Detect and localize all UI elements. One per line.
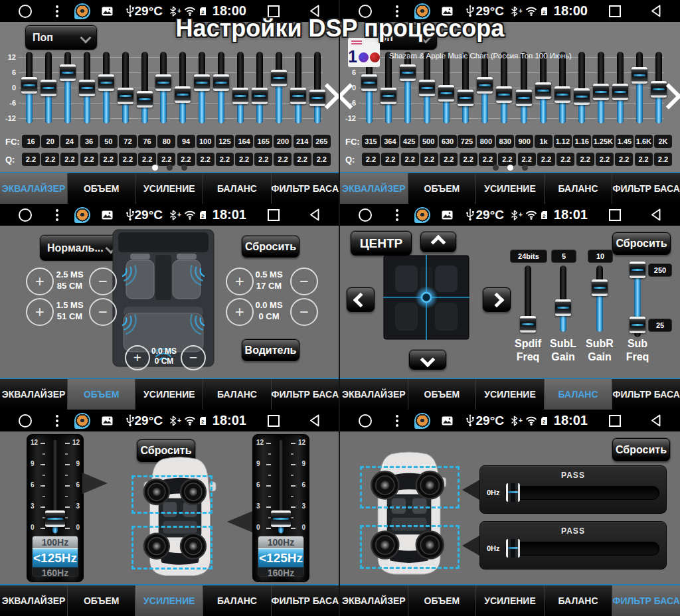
app-logo-icon[interactable]: [414, 207, 430, 223]
eq-band-slider[interactable]: [458, 57, 473, 118]
slider-thumb[interactable]: [496, 86, 512, 103]
fc-value-chip[interactable]: 50: [100, 135, 118, 148]
fc-value-chip[interactable]: 425: [400, 135, 418, 148]
q-value-chip[interactable]: 2.2: [498, 153, 516, 166]
q-value-chip[interactable]: 2.2: [119, 153, 137, 166]
crossover-option[interactable]: 100Hz: [33, 536, 78, 548]
eq-band-slider[interactable]: [477, 57, 493, 118]
fc-value-chip[interactable]: 16: [22, 135, 40, 148]
app-logo-icon[interactable]: [74, 207, 90, 223]
slider-thumb[interactable]: [21, 77, 37, 94]
q-value-chip[interactable]: 2.2: [22, 153, 40, 166]
slider-thumb[interactable]: [458, 90, 473, 106]
fc-value-chip[interactable]: 20: [41, 135, 59, 148]
move-down-button[interactable]: [409, 350, 446, 370]
center-button[interactable]: ЦЕНТР: [351, 231, 412, 256]
fc-value-chip[interactable]: 165: [254, 135, 272, 148]
tab-gain[interactable]: УСИЛЕНИЕ: [135, 585, 203, 616]
eq-band-slider[interactable]: [175, 57, 191, 118]
crossover-picker[interactable]: 100Hz<125Hz160Hz: [258, 536, 304, 577]
tab-gain[interactable]: УСИЛЕНИЕ: [135, 379, 203, 410]
tab-volume[interactable]: ОБЪЕМ: [68, 379, 135, 410]
move-right-button[interactable]: [483, 287, 511, 312]
tab-volume[interactable]: ОБЪЕМ: [68, 585, 135, 616]
eq-band-slider[interactable]: [496, 57, 512, 118]
driver-position-button[interactable]: Водитель: [242, 339, 299, 361]
q-value-chip[interactable]: 2.2: [440, 153, 458, 166]
q-value-chip[interactable]: 2.2: [556, 153, 574, 166]
fc-value-chip[interactable]: 72: [119, 135, 137, 148]
balance-position-map[interactable]: [383, 255, 469, 343]
q-value-chip[interactable]: 2.2: [313, 153, 331, 166]
q-value-chip[interactable]: 2.2: [80, 153, 98, 166]
fc-value-chip[interactable]: 500: [420, 135, 438, 148]
slider-thumb[interactable]: [554, 86, 570, 103]
slider-thumb[interactable]: [79, 80, 95, 96]
slider-thumb[interactable]: [252, 88, 268, 104]
crossover-option[interactable]: <125Hz: [33, 548, 78, 568]
q-value-chip[interactable]: 2.2: [157, 153, 175, 166]
move-up-button[interactable]: [420, 232, 456, 252]
q-value-chip[interactable]: 2.2: [138, 153, 156, 166]
q-value-chip[interactable]: 2.2: [197, 153, 214, 166]
slider-thumb[interactable]: [438, 85, 454, 102]
move-left-button[interactable]: [347, 287, 375, 312]
back-icon[interactable]: [650, 414, 663, 427]
slider-thumb[interactable]: [592, 279, 608, 296]
next-page-arrow[interactable]: [659, 87, 678, 108]
tab-bass-filter[interactable]: ФИЛЬТР БАСА: [612, 585, 680, 616]
eq-band-slider[interactable]: [252, 57, 268, 118]
tab-equalizer[interactable]: ЭКВАЛАЙЗЕР: [340, 379, 408, 410]
recents-icon[interactable]: [268, 209, 280, 221]
back-icon[interactable]: [309, 414, 321, 427]
fc-value-chip[interactable]: 315: [362, 135, 380, 148]
decrease-delay-button[interactable]: −: [290, 298, 318, 326]
preset-dropdown[interactable]: Поп: [25, 25, 97, 50]
tab-equalizer[interactable]: ЭКВАЛАЙЗЕР: [0, 585, 68, 616]
slider-thumb[interactable]: [535, 82, 551, 99]
home-circle-icon[interactable]: [359, 208, 372, 222]
crossover-option[interactable]: 160Hz: [33, 568, 78, 577]
q-value-chip[interactable]: 2.2: [460, 153, 477, 166]
fc-value-chip[interactable]: 1k: [535, 135, 552, 148]
slider-thumb-low[interactable]: [630, 317, 645, 333]
app-logo-icon[interactable]: [74, 413, 90, 429]
slider-thumb[interactable]: [400, 64, 416, 81]
q-value-chip[interactable]: 2.2: [576, 153, 594, 166]
slider-thumb[interactable]: [175, 86, 191, 103]
tab-bass-filter[interactable]: ФИЛЬТР БАСА: [272, 379, 339, 410]
filter-slider-thumb[interactable]: [506, 483, 520, 502]
overflow-menu-icon[interactable]: [56, 209, 58, 221]
slider-thumb[interactable]: [361, 74, 377, 91]
fc-value-chip[interactable]: 24: [60, 135, 78, 148]
fc-value-chip[interactable]: 200: [274, 135, 292, 148]
app-logo-icon[interactable]: [414, 413, 430, 429]
slider-thumb[interactable]: [194, 74, 210, 91]
next-page-arrow[interactable]: [318, 87, 337, 108]
eq-band-slider[interactable]: [194, 57, 210, 118]
eq-band-slider[interactable]: [400, 57, 416, 118]
filter-slider[interactable]: [505, 486, 659, 500]
q-value-chip[interactable]: 2.2: [479, 153, 497, 166]
tab-bass-filter[interactable]: ФИЛЬТР БАСА: [612, 379, 680, 410]
eq-band-slider[interactable]: [593, 57, 609, 118]
fc-value-chip[interactable]: 1.25K: [592, 135, 614, 148]
q-value-chip[interactable]: 2.2: [518, 153, 536, 166]
fader-thumb[interactable]: [45, 510, 65, 527]
eq-band-slider[interactable]: [419, 57, 435, 118]
fc-value-chip[interactable]: 164: [235, 135, 253, 148]
tab-balance[interactable]: БАЛАНС: [203, 585, 271, 616]
slider-thumb[interactable]: [232, 88, 248, 104]
eq-band-slider[interactable]: [155, 57, 171, 118]
tab-balance[interactable]: БАЛАНС: [545, 585, 613, 616]
eq-band-slider[interactable]: [271, 57, 287, 118]
tab-equalizer[interactable]: ЭКВАЛАЙЗЕР: [0, 173, 68, 204]
tab-balance[interactable]: БАЛАНС: [203, 379, 271, 410]
q-value-chip[interactable]: 2.2: [635, 153, 653, 166]
slider-thumb[interactable]: [137, 91, 153, 108]
eq-band-slider[interactable]: [438, 57, 454, 118]
slider-thumb[interactable]: [593, 84, 609, 100]
tab-balance[interactable]: БАЛАНС: [545, 379, 613, 410]
eq-band-slider[interactable]: [41, 57, 56, 118]
tab-volume[interactable]: ОБЪЕМ: [68, 173, 135, 204]
